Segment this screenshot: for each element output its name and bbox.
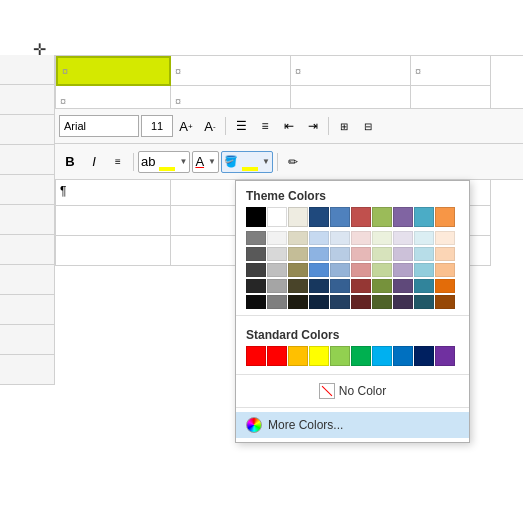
shade-cell[interactable] bbox=[267, 279, 287, 293]
shade-cell[interactable] bbox=[246, 247, 266, 261]
shade-cell[interactable] bbox=[288, 279, 308, 293]
cell-5-1[interactable]: ¶ bbox=[56, 176, 171, 206]
shade-cell[interactable] bbox=[309, 247, 329, 261]
shade-cell[interactable] bbox=[393, 263, 413, 277]
shade-cell[interactable] bbox=[309, 295, 329, 309]
theme-color-cell[interactable] bbox=[288, 207, 308, 227]
shade-cell[interactable] bbox=[246, 231, 266, 245]
cell-1-4[interactable]: ¤ bbox=[411, 56, 491, 86]
highlight-color-button[interactable]: ab ▼ bbox=[138, 151, 190, 173]
shade-cell[interactable] bbox=[288, 247, 308, 261]
shade-cell[interactable] bbox=[393, 279, 413, 293]
shade-cell[interactable] bbox=[435, 231, 455, 245]
shade-cell[interactable] bbox=[330, 247, 350, 261]
cell-7-1[interactable] bbox=[56, 236, 171, 266]
theme-color-cell[interactable] bbox=[309, 207, 329, 227]
standard-color-cell[interactable] bbox=[372, 346, 392, 366]
theme-color-cell[interactable] bbox=[267, 207, 287, 227]
shade-cell[interactable] bbox=[309, 231, 329, 245]
theme-color-cell[interactable] bbox=[393, 207, 413, 227]
shade-row-5 bbox=[236, 295, 469, 311]
theme-color-cell[interactable] bbox=[330, 207, 350, 227]
theme-color-cell[interactable] bbox=[435, 207, 455, 227]
shade-cell[interactable] bbox=[351, 231, 371, 245]
fill-color-button[interactable]: 🪣 ▼ bbox=[221, 151, 273, 173]
shade-cell[interactable] bbox=[414, 247, 434, 261]
standard-color-cell[interactable] bbox=[351, 346, 371, 366]
shade-cell[interactable] bbox=[267, 295, 287, 309]
bold-button[interactable]: B bbox=[59, 151, 81, 173]
cell-1-2[interactable]: ¤ bbox=[171, 56, 291, 86]
shade-cell[interactable] bbox=[309, 263, 329, 277]
standard-color-cell[interactable] bbox=[435, 346, 455, 366]
cell-6-1[interactable] bbox=[56, 206, 171, 236]
standard-color-cell[interactable] bbox=[330, 346, 350, 366]
shade-cell[interactable] bbox=[267, 247, 287, 261]
shade-cell[interactable] bbox=[372, 247, 392, 261]
font-size-input[interactable] bbox=[141, 115, 173, 137]
font-color-button[interactable]: A ▼ bbox=[192, 151, 219, 173]
shade-cell[interactable] bbox=[435, 263, 455, 277]
align-button[interactable]: ≡ bbox=[107, 151, 129, 173]
shade-cell[interactable] bbox=[246, 279, 266, 293]
font-name-input[interactable] bbox=[59, 115, 139, 137]
shade-cell[interactable] bbox=[372, 295, 392, 309]
standard-color-cell[interactable] bbox=[393, 346, 413, 366]
shade-cell[interactable] bbox=[435, 247, 455, 261]
more-button[interactable]: ✏ bbox=[282, 151, 304, 173]
theme-color-cell[interactable] bbox=[351, 207, 371, 227]
shade-cell[interactable] bbox=[267, 231, 287, 245]
cell-1-1[interactable]: ¤ bbox=[56, 56, 171, 86]
cell-1-3[interactable]: ¤ bbox=[291, 56, 411, 86]
shade-cell[interactable] bbox=[372, 231, 392, 245]
shade-cell[interactable] bbox=[393, 231, 413, 245]
increase-indent-button[interactable]: ⇥ bbox=[302, 115, 324, 137]
theme-color-cell[interactable] bbox=[372, 207, 392, 227]
grow-font-button[interactable]: A+ bbox=[175, 115, 197, 137]
standard-color-cell[interactable] bbox=[267, 346, 287, 366]
shade-cell[interactable] bbox=[351, 295, 371, 309]
table2-button[interactable]: ⊟ bbox=[357, 115, 379, 137]
shade-cell[interactable] bbox=[414, 231, 434, 245]
shade-cell[interactable] bbox=[288, 295, 308, 309]
standard-color-cell[interactable] bbox=[246, 346, 266, 366]
shade-cell[interactable] bbox=[351, 263, 371, 277]
more-colors-button[interactable]: More Colors... bbox=[236, 412, 469, 438]
shade-cell[interactable] bbox=[246, 295, 266, 309]
shade-cell[interactable] bbox=[288, 263, 308, 277]
shade-cell[interactable] bbox=[372, 279, 392, 293]
standard-color-cell[interactable] bbox=[309, 346, 329, 366]
theme-color-cell[interactable] bbox=[246, 207, 266, 227]
shade-cell[interactable] bbox=[393, 295, 413, 309]
shade-cell[interactable] bbox=[372, 263, 392, 277]
shade-cell[interactable] bbox=[330, 295, 350, 309]
no-color-button[interactable]: No Color bbox=[236, 379, 469, 403]
bullet-list-button[interactable]: ☰ bbox=[230, 115, 252, 137]
shade-cell[interactable] bbox=[246, 263, 266, 277]
shade-cell[interactable] bbox=[414, 279, 434, 293]
shade-cell[interactable] bbox=[435, 295, 455, 309]
numbered-list-button[interactable]: ≡ bbox=[254, 115, 276, 137]
italic-button[interactable]: I bbox=[83, 151, 105, 173]
theme-color-cell[interactable] bbox=[414, 207, 434, 227]
standard-color-cell[interactable] bbox=[414, 346, 434, 366]
shade-cell[interactable] bbox=[330, 279, 350, 293]
decrease-indent-button[interactable]: ⇤ bbox=[278, 115, 300, 137]
shade-cell[interactable] bbox=[309, 279, 329, 293]
shade-cell[interactable] bbox=[330, 231, 350, 245]
shade-cell[interactable] bbox=[288, 231, 308, 245]
shade-cell[interactable] bbox=[351, 247, 371, 261]
shade-cell[interactable] bbox=[393, 247, 413, 261]
shrink-font-button[interactable]: A- bbox=[199, 115, 221, 137]
shade-cell[interactable] bbox=[330, 263, 350, 277]
shade-cell[interactable] bbox=[414, 295, 434, 309]
shade-cell[interactable] bbox=[435, 279, 455, 293]
standard-color-cell[interactable] bbox=[288, 346, 308, 366]
shade-cell[interactable] bbox=[414, 263, 434, 277]
table-button[interactable]: ⊞ bbox=[333, 115, 355, 137]
font-color-icon: A bbox=[193, 154, 206, 169]
row-num-10 bbox=[0, 325, 54, 355]
shade-cell[interactable] bbox=[267, 263, 287, 277]
color-wheel-icon bbox=[246, 417, 262, 433]
shade-cell[interactable] bbox=[351, 279, 371, 293]
